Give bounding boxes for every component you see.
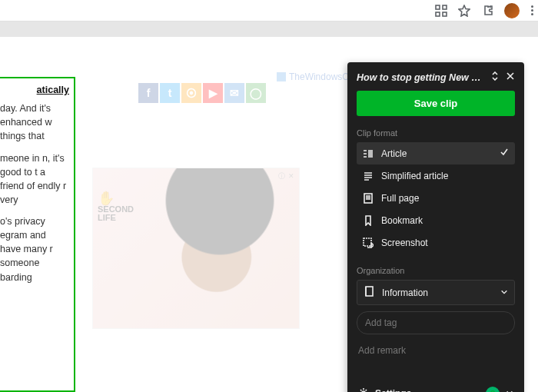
svg-rect-2 <box>436 12 440 16</box>
notebook-icon <box>364 286 374 299</box>
bookmarks-bar <box>0 22 538 37</box>
social-icons: f t ⦿ ▶ ✉ ◯ <box>138 83 266 103</box>
svg-rect-3 <box>443 12 447 16</box>
organization-label: Organization <box>357 266 515 275</box>
facebook-icon[interactable]: f <box>138 83 158 103</box>
notebook-select[interactable]: Information <box>357 280 515 305</box>
ad-banner[interactable]: ⓘ✕ ✋ SECOND LIFE <box>92 168 300 329</box>
share-icon[interactable]: ◯ <box>246 83 266 103</box>
format-label: Simplified article <box>381 171 509 181</box>
logo-square <box>277 72 286 81</box>
svg-rect-0 <box>436 5 440 9</box>
svg-rect-5 <box>364 238 371 246</box>
format-list: Article Simplified article Full page Boo… <box>357 142 515 254</box>
bookmark-icon <box>363 215 374 226</box>
format-article[interactable]: Article <box>357 142 515 164</box>
format-label: Bookmark <box>381 215 509 226</box>
organization-section: Information Add tag Add remark <box>357 280 515 359</box>
ad-brand: ✋ SECOND LIFE <box>98 191 134 222</box>
settings-row[interactable]: Settings S <box>357 382 515 392</box>
format-screenshot[interactable]: Screenshot <box>357 232 515 254</box>
add-remark-button[interactable]: Add remark <box>357 342 515 359</box>
format-label: Full page <box>381 193 509 204</box>
sort-icon[interactable] <box>490 71 500 83</box>
article-selection: atically day. And it's enhanced w things… <box>0 77 75 392</box>
account-badge[interactable]: S <box>486 387 500 392</box>
notebook-name: Information <box>382 287 493 298</box>
add-tag-input[interactable]: Add tag <box>357 311 515 334</box>
star-icon[interactable] <box>458 5 470 17</box>
gear-icon <box>358 387 369 393</box>
mail-icon[interactable]: ✉ <box>224 83 244 103</box>
article-text: day. And it's enhanced w things that <box>0 101 69 143</box>
article-icon <box>363 148 374 159</box>
article-text: meone in n, it's good to t a friend of e… <box>0 151 69 208</box>
settings-label: Settings <box>375 388 480 392</box>
article-heading: atically <box>0 83 69 97</box>
simplified-icon <box>363 171 374 181</box>
format-simplified[interactable]: Simplified article <box>357 165 515 187</box>
svg-rect-1 <box>443 5 447 9</box>
format-label: Screenshot <box>381 238 509 248</box>
screenshot-icon <box>363 238 374 248</box>
panel-titlebar: How to stop getting New Friend <box>357 71 515 83</box>
svg-rect-4 <box>364 194 372 203</box>
article-text: o's privacy egram and have many r someon… <box>0 214 69 284</box>
avatar[interactable] <box>504 3 520 18</box>
puzzle-icon[interactable] <box>481 5 493 17</box>
save-clip-button[interactable]: Save clip <box>357 91 515 116</box>
check-icon <box>500 148 509 159</box>
svg-rect-6 <box>366 287 373 296</box>
clip-title: How to stop getting New Friend <box>357 72 486 83</box>
format-label: Article <box>381 148 492 159</box>
browser-chrome <box>0 0 538 22</box>
ad-image <box>139 168 301 330</box>
clipper-panel: How to stop getting New Friend Save clip… <box>347 62 524 392</box>
twitter-icon[interactable]: t <box>160 83 180 103</box>
format-fullpage[interactable]: Full page <box>357 188 515 209</box>
close-icon[interactable] <box>506 71 515 83</box>
page-content: TheWindowsClub f t ⦿ ▶ ✉ ◯ ⓘ✕ ✋ SECOND L… <box>0 37 538 392</box>
qr-icon[interactable] <box>435 5 447 17</box>
youtube-icon[interactable]: ▶ <box>203 83 223 103</box>
fullpage-icon <box>363 193 374 204</box>
kebab-icon[interactable] <box>530 5 533 15</box>
clip-format-label: Clip format <box>357 128 515 138</box>
rss-icon[interactable]: ⦿ <box>181 83 201 103</box>
chevron-down-icon[interactable] <box>506 388 513 392</box>
format-bookmark[interactable]: Bookmark <box>357 210 515 231</box>
chevron-down-icon <box>500 287 508 298</box>
